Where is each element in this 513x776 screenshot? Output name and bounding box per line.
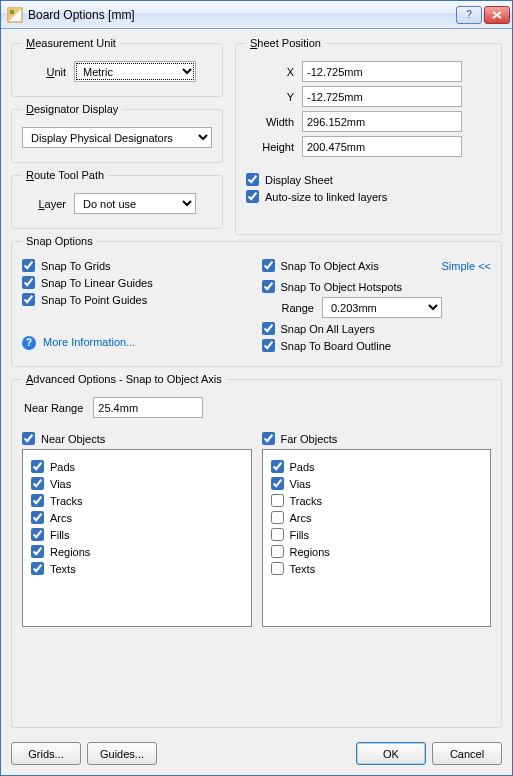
- route-legend: Route Tool Path: [22, 169, 108, 181]
- far-pads[interactable]: Pads: [271, 460, 483, 473]
- snap-options-group: Snap Options Snap To Grids Snap To Linea…: [11, 235, 502, 367]
- range-label: Range: [282, 302, 314, 314]
- designator-legend: Designator Display: [22, 103, 122, 115]
- unit-label: Unit: [22, 66, 74, 78]
- svg-rect-2: [10, 10, 14, 14]
- near-tracks[interactable]: Tracks: [31, 494, 243, 507]
- snap-legend: Snap Options: [22, 235, 97, 247]
- snap-to-board-outline[interactable]: Snap To Board Outline: [262, 339, 492, 352]
- x-label: X: [246, 66, 302, 78]
- sheet-legend: Sheet Position: [246, 37, 325, 49]
- near-vias[interactable]: Vias: [31, 477, 243, 490]
- near-range-input[interactable]: [93, 397, 203, 418]
- range-select[interactable]: 0.203mm: [322, 297, 442, 318]
- designator-display-group: Designator Display Display Physical Desi…: [11, 103, 223, 163]
- width-input[interactable]: [302, 111, 462, 132]
- display-sheet-input[interactable]: [246, 173, 259, 186]
- ok-button[interactable]: OK: [356, 742, 426, 765]
- advanced-options-group: Advanced Options - Snap to Object Axis N…: [11, 373, 502, 728]
- far-tracks[interactable]: Tracks: [271, 494, 483, 507]
- far-regions[interactable]: Regions: [271, 545, 483, 558]
- snap-on-all-layers[interactable]: Snap On All Layers: [262, 322, 492, 335]
- cancel-button[interactable]: Cancel: [432, 742, 502, 765]
- width-label: Width: [246, 116, 302, 128]
- snap-to-object-hotspots[interactable]: Snap To Object Hotspots: [262, 280, 492, 293]
- far-objects-header[interactable]: Far Objects: [262, 432, 492, 445]
- designator-select[interactable]: Display Physical Designators: [22, 127, 212, 148]
- near-objects-list: Pads Vias Tracks Arcs Fills Regions Text…: [22, 449, 252, 627]
- near-fills[interactable]: Fills: [31, 528, 243, 541]
- far-texts[interactable]: Texts: [271, 562, 483, 575]
- board-options-dialog: Board Options [mm] ? Measurement Unit Un…: [0, 0, 513, 776]
- simple-toggle-link[interactable]: Simple <<: [441, 260, 491, 272]
- route-tool-path-group: Route Tool Path Layer Do not use: [11, 169, 223, 229]
- layer-select[interactable]: Do not use: [74, 193, 196, 214]
- sheet-position-group: Sheet Position X Y Width Height: [235, 37, 502, 235]
- near-arcs[interactable]: Arcs: [31, 511, 243, 524]
- far-arcs[interactable]: Arcs: [271, 511, 483, 524]
- guides-button[interactable]: Guides...: [87, 742, 157, 765]
- height-label: Height: [246, 141, 302, 153]
- snap-to-object-axis[interactable]: Snap To Object Axis: [262, 259, 442, 272]
- y-input[interactable]: [302, 86, 462, 107]
- measurement-unit-group: Measurement Unit Unit Metric: [11, 37, 223, 97]
- client-area: Measurement Unit Unit Metric Designator …: [1, 29, 512, 775]
- far-objects-list: Pads Vias Tracks Arcs Fills Regions Text…: [262, 449, 492, 627]
- unit-select[interactable]: Metric: [74, 61, 196, 82]
- near-range-label: Near Range: [24, 402, 83, 414]
- x-input[interactable]: [302, 61, 462, 82]
- help-button[interactable]: ?: [456, 6, 482, 24]
- footer: Grids... Guides... OK Cancel: [11, 734, 502, 765]
- near-pads[interactable]: Pads: [31, 460, 243, 473]
- advanced-legend: Advanced Options - Snap to Object Axis: [22, 373, 226, 385]
- close-button[interactable]: [484, 6, 510, 24]
- app-icon: [7, 7, 23, 23]
- y-label: Y: [246, 91, 302, 103]
- measurement-legend: Measurement Unit: [22, 37, 120, 49]
- display-sheet-checkbox[interactable]: Display Sheet: [246, 173, 491, 186]
- titlebar: Board Options [mm] ?: [1, 1, 512, 29]
- window-title: Board Options [mm]: [28, 8, 454, 22]
- near-regions[interactable]: Regions: [31, 545, 243, 558]
- height-input[interactable]: [302, 136, 462, 157]
- auto-size-input[interactable]: [246, 190, 259, 203]
- auto-size-checkbox[interactable]: Auto-size to linked layers: [246, 190, 491, 203]
- more-information-link[interactable]: ? More Information...: [22, 336, 252, 350]
- snap-to-point-guides[interactable]: Snap To Point Guides: [22, 293, 252, 306]
- info-icon: ?: [22, 336, 36, 350]
- near-objects-header[interactable]: Near Objects: [22, 432, 252, 445]
- snap-to-grids[interactable]: Snap To Grids: [22, 259, 252, 272]
- layer-label: Layer: [22, 198, 74, 210]
- snap-to-linear-guides[interactable]: Snap To Linear Guides: [22, 276, 252, 289]
- near-texts[interactable]: Texts: [31, 562, 243, 575]
- far-vias[interactable]: Vias: [271, 477, 483, 490]
- far-fills[interactable]: Fills: [271, 528, 483, 541]
- grids-button[interactable]: Grids...: [11, 742, 81, 765]
